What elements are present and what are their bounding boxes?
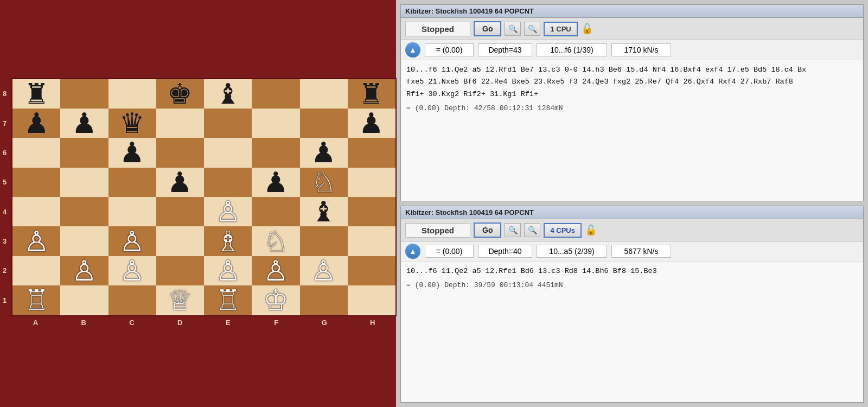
square-b2[interactable]: ♙	[60, 256, 108, 285]
square-d5[interactable]: ♟	[156, 168, 204, 197]
square-e7[interactable]	[204, 109, 252, 138]
square-c2[interactable]: ♙	[108, 256, 156, 285]
square-c4[interactable]	[108, 197, 156, 226]
square-a7[interactable]: ♟7	[12, 109, 60, 138]
square-e2[interactable]: ♙	[204, 256, 252, 285]
file-d-label: D	[156, 319, 204, 327]
square-b7[interactable]: ♟	[60, 109, 108, 138]
square-e4[interactable]: ♙	[204, 197, 252, 226]
kibitzer-1-zoom-in-button[interactable]: 🔍	[505, 22, 521, 36]
square-d7[interactable]	[156, 109, 204, 138]
piece-g6: ♟	[311, 138, 336, 167]
kibitzer-2-cpu-button[interactable]: 4 CPUs	[544, 223, 582, 238]
square-e8[interactable]: ♝	[204, 79, 252, 109]
kibitzer-2-line-1: 10...f6 11.Qe2 a5 12.Rfe1 Bd6 13.c3 Rd8 …	[406, 266, 858, 277]
square-d4[interactable]	[156, 197, 204, 226]
kibitzer-2-zoom-in-button[interactable]: 🔍	[505, 223, 521, 237]
square-h6[interactable]	[348, 138, 395, 167]
kibitzer-1-move: 10...f6 (1/39)	[537, 43, 607, 56]
piece-g4: ♝	[311, 198, 336, 226]
board-wrapper: ♜8♚♝♜♟7♟♛♟6♟♟5♟♟♘4♙♝♙3♙♗♘2♙♙♙♙♙♖1♕♖♔ A B…	[0, 78, 397, 329]
square-h4[interactable]	[348, 197, 395, 226]
square-e3[interactable]: ♗	[204, 226, 252, 256]
square-d1[interactable]: ♕	[156, 285, 204, 315]
piece-b2: ♙	[72, 257, 97, 285]
square-b5[interactable]	[60, 168, 108, 197]
square-g3[interactable]	[300, 226, 348, 256]
square-h8[interactable]: ♜	[348, 79, 395, 109]
file-f-label: F	[252, 319, 301, 327]
piece-e2: ♙	[215, 257, 241, 285]
square-e1[interactable]: ♖	[204, 285, 252, 315]
square-f7[interactable]	[252, 109, 299, 138]
square-g8[interactable]	[300, 79, 348, 109]
square-d2[interactable]	[156, 256, 204, 285]
square-a4[interactable]: 4	[12, 197, 60, 226]
piece-f5: ♟	[263, 168, 289, 196]
square-b1[interactable]	[60, 285, 108, 315]
square-c3[interactable]: ♙	[108, 226, 156, 256]
square-a1[interactable]: ♖1	[12, 285, 60, 315]
square-h2[interactable]	[348, 256, 395, 285]
kibitzer-1-line-2: fxe5 21.Nxe5 Bf6 22.Re4 Bxe5 23.Rxe5 f3 …	[406, 77, 858, 87]
square-c6[interactable]: ♟	[108, 138, 156, 167]
square-g6[interactable]: ♟	[300, 138, 348, 167]
zoom-in-icon: 🔍	[508, 24, 518, 33]
square-d3[interactable]	[156, 226, 204, 256]
file-c-label: C	[108, 319, 156, 327]
square-g5[interactable]: ♘	[300, 168, 348, 197]
square-f5[interactable]: ♟	[252, 168, 299, 197]
kibitzer-1-line-1: 10...f6 11.Qe2 a5 12.Rfd1 Be7 13.c3 0-0 …	[406, 65, 858, 75]
square-b6[interactable]	[60, 138, 108, 167]
zoom-in-icon-2: 🔍	[508, 226, 518, 234]
square-d6[interactable]	[156, 138, 204, 167]
kibitzer-1-analysis: 10...f6 11.Qe2 a5 12.Rfd1 Be7 13.c3 0-0 …	[401, 60, 863, 201]
square-f6[interactable]	[252, 138, 299, 167]
square-h7[interactable]: ♟	[348, 109, 395, 138]
square-c5[interactable]	[108, 168, 156, 197]
chess-board[interactable]: ♜8♚♝♜♟7♟♛♟6♟♟5♟♟♘4♙♝♙3♙♗♘2♙♙♙♙♙♖1♕♖♔	[11, 78, 397, 316]
square-f2[interactable]: ♙	[252, 256, 299, 285]
square-g7[interactable]	[300, 109, 348, 138]
kibitzer-1-lock-icon[interactable]: 🔓	[581, 23, 593, 35]
square-h5[interactable]	[348, 168, 395, 197]
square-b3[interactable]	[60, 226, 108, 256]
piece-a7: ♟	[24, 109, 49, 137]
piece-e8: ♝	[215, 80, 241, 108]
rank-label-4: 4	[3, 208, 7, 216]
square-e5[interactable]	[204, 168, 252, 197]
square-a6[interactable]: 6	[12, 138, 60, 167]
square-d8[interactable]: ♚	[156, 79, 204, 109]
rank-label-3: 3	[3, 237, 7, 245]
square-a3[interactable]: ♙3	[12, 226, 60, 256]
square-f8[interactable]	[252, 79, 299, 109]
file-a-label: A	[11, 319, 60, 327]
piece-c2: ♙	[119, 257, 145, 285]
kibitzer-2-go-button[interactable]: Go	[474, 222, 501, 238]
kibitzer-2-status: Stopped	[405, 223, 470, 238]
square-c8[interactable]	[108, 79, 156, 109]
piece-c7: ♛	[119, 109, 145, 137]
square-g1[interactable]	[300, 285, 348, 315]
square-a8[interactable]: ♜8	[12, 79, 60, 109]
kibitzer-2-lock-icon[interactable]: 🔓	[585, 224, 597, 236]
square-g2[interactable]: ♙	[300, 256, 348, 285]
kibitzer-2-zoom-out-button[interactable]: 🔍	[524, 223, 540, 237]
kibitzer-1-go-button[interactable]: Go	[474, 21, 501, 36]
square-f3[interactable]: ♘	[252, 226, 299, 256]
square-a2[interactable]: 2	[12, 256, 60, 285]
square-b8[interactable]	[60, 79, 108, 109]
square-h1[interactable]	[348, 285, 395, 315]
kibitzer-1-cpu-button[interactable]: 1 CPU	[544, 22, 577, 36]
square-f1[interactable]: ♔	[252, 285, 299, 315]
square-e6[interactable]	[204, 138, 252, 167]
square-f4[interactable]	[252, 197, 299, 226]
kibitzer-1-zoom-out-button[interactable]: 🔍	[524, 22, 540, 36]
square-c1[interactable]	[108, 285, 156, 315]
square-b4[interactable]	[60, 197, 108, 226]
square-g4[interactable]: ♝	[300, 197, 348, 226]
rank-label-6: 6	[3, 149, 7, 157]
square-a5[interactable]: 5	[12, 168, 60, 197]
square-h3[interactable]	[348, 226, 395, 256]
square-c7[interactable]: ♛	[108, 109, 156, 138]
